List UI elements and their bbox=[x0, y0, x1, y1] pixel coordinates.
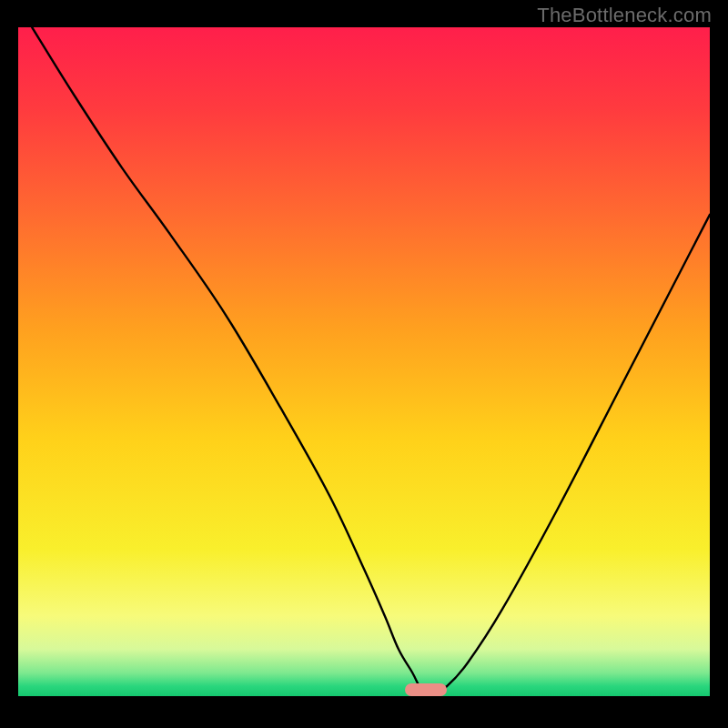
chart-frame: TheBottleneck.com bbox=[0, 0, 728, 728]
watermark-text: TheBottleneck.com bbox=[537, 4, 712, 27]
optimum-marker bbox=[405, 683, 447, 696]
plot-area bbox=[18, 27, 710, 696]
gradient-background bbox=[18, 27, 710, 696]
bottleneck-chart bbox=[18, 27, 710, 696]
